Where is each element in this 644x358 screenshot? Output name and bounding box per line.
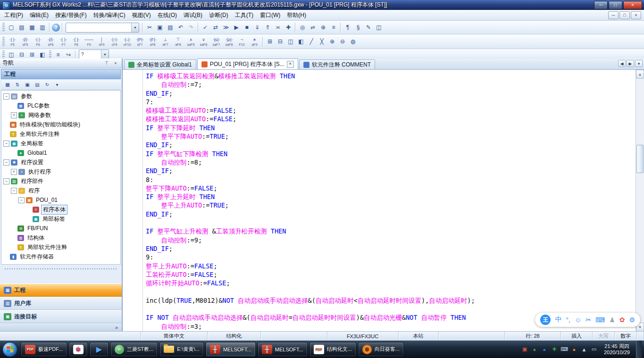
nav-refresh-icon[interactable]: ↻ (43, 80, 51, 89)
mdi-close-button[interactable]: × (631, 11, 641, 19)
tray-monitor-icon[interactable]: ▭ (590, 346, 598, 353)
taskbar-media-app[interactable]: ✱ (69, 342, 88, 357)
ime-punct-icon[interactable]: °, (566, 316, 570, 324)
cut-icon[interactable]: ✂ (145, 23, 154, 32)
zoom-out-icon[interactable]: ⊖ (338, 37, 347, 46)
delete-line-icon[interactable]: ╳ (317, 37, 326, 46)
zoom-in-icon[interactable]: ⊕ (327, 37, 337, 46)
ladder-open-branch-icon[interactable]: -| |-F6 (32, 36, 44, 47)
ladder-coil-icon[interactable]: -( )-F7 (58, 36, 69, 47)
taskbar-structured-doc[interactable]: PDF结构化文... (309, 342, 356, 357)
ime-account-icon[interactable]: ♟ (609, 316, 615, 324)
mdi-restore-button[interactable]: □ (619, 11, 630, 19)
menu-item[interactable]: 视图(V) (129, 10, 154, 21)
convert-icon[interactable]: ⇄ (211, 23, 220, 32)
taskbar-sunflower-client[interactable]: 向日葵客... (358, 342, 404, 357)
collapse-icon[interactable]: − (3, 141, 9, 147)
nav-copy-icon[interactable]: ▣ (23, 80, 32, 89)
collapse-icon[interactable]: − (3, 93, 9, 100)
copy-icon[interactable]: ▣ (155, 23, 165, 32)
toolbar-grip[interactable] (2, 23, 5, 32)
menu-item[interactable]: 搜索/替换(F) (52, 10, 90, 21)
chevron-down-icon[interactable]: ▼ (101, 50, 109, 59)
menu-item[interactable]: 诊断(D) (206, 10, 232, 21)
menu-item[interactable]: 编辑(E) (26, 10, 52, 21)
ladder-closed-branch-icon[interactable]: -|/|-sF6 (45, 36, 57, 47)
collapse-icon[interactable]: − (3, 159, 9, 166)
tree-item-special-module[interactable]: ▦特殊模块(智能功能模块) (1, 120, 120, 129)
tree-item-program-parts[interactable]: −▧程序部件 (1, 176, 120, 186)
panel-close-icon[interactable]: × (112, 59, 119, 67)
diagnostics-icon[interactable]: ✚ (284, 23, 293, 32)
print-icon[interactable]: ▥ (38, 23, 47, 32)
nav-data-icon[interactable]: ▤ (33, 80, 42, 89)
help-icon[interactable]: ? (52, 24, 60, 32)
window-cascade-icon[interactable]: ◫ (7, 50, 16, 59)
tree-item-global-label[interactable]: −▣全局标签 (1, 139, 120, 148)
vertical-scrollbar[interactable]: ▲ ▼ (636, 70, 644, 332)
write-plc-icon[interactable]: ⇑ (263, 23, 272, 32)
next-tab-icon[interactable]: ▶ (627, 60, 634, 67)
ladder-not-icon[interactable]: ¬F10 (236, 36, 248, 47)
menu-item[interactable]: 窗口(W) (257, 10, 284, 21)
nav-button-user-library[interactable]: ▥用户库 (0, 297, 122, 310)
tray-keyboard-icon[interactable]: ⌨ (560, 346, 568, 353)
read-plc-icon[interactable]: ⇓ (252, 23, 262, 32)
monitor-stop-icon[interactable]: ■ (242, 23, 251, 32)
nav-sort-icon[interactable]: ⇅ (13, 80, 22, 89)
device-test-icon[interactable]: ◍ (348, 37, 358, 46)
tree-item-plc-parameter[interactable]: ▦PLC参数 (1, 101, 120, 110)
tree-item-pou-01[interactable]: −▣POU_01 (1, 195, 120, 205)
program-check-icon[interactable]: ✓ (201, 23, 210, 32)
tree-item-network-parameter[interactable]: +≈网络参数 (1, 110, 120, 120)
start-button[interactable] (0, 341, 20, 358)
maximize-button[interactable]: □ (609, 1, 622, 9)
scroll-up-icon[interactable]: ▲ (636, 70, 644, 79)
ladder-falling-icon[interactable]: -|↓|-cF10 (121, 36, 133, 47)
tray-green-circle-icon[interactable]: ● (531, 346, 538, 353)
find-icon[interactable]: ◎ (298, 23, 307, 32)
ladder-le-icon[interactable]: -|≤|-saF7 (210, 36, 222, 47)
ladder-branch-down-icon[interactable]: ⊥aF7 (159, 36, 171, 47)
window-tile-icon[interactable]: ⊟ (17, 50, 26, 59)
delete-row-icon[interactable]: ⊟ (276, 37, 285, 46)
ladder-rising-icon[interactable]: -|↑|-cF9 (109, 36, 120, 47)
draw-line-icon[interactable]: ╱ (307, 37, 316, 46)
comment-display-icon[interactable]: ¶ (343, 23, 352, 32)
open-file-icon[interactable]: ▤ (17, 23, 26, 32)
tab-list-icon[interactable]: ▾ (635, 60, 643, 67)
menu-item[interactable]: 工具(T) (232, 10, 257, 21)
cross-reference-icon[interactable]: ⊕ (318, 23, 328, 32)
collapse-icon[interactable]: − (3, 178, 9, 184)
ladder-closed-contact-icon[interactable]: -|/|-sF5 (19, 36, 31, 47)
verify-icon[interactable]: ≍ (273, 23, 283, 32)
ladder-or-icon[interactable]: ∨saF6 (198, 36, 209, 47)
collapse-icon[interactable]: − (18, 197, 25, 203)
pointer-jump-icon[interactable]: ↪ (64, 50, 73, 59)
program-selector-combo[interactable]: ▼ (66, 23, 139, 33)
mdi-minimize-button[interactable]: ─ (608, 11, 619, 19)
taskbar-explorer[interactable]: E:\黄黄\... (159, 342, 204, 357)
prev-tab-icon[interactable]: ◀ (618, 60, 626, 67)
pin-icon[interactable]: ⊤ (103, 59, 110, 67)
tray-shield-icon[interactable]: ✚ (551, 346, 558, 353)
tray-up-arrow-icon[interactable]: ▲ (580, 346, 588, 353)
tree-item-structured-data-types[interactable]: ▥结构体 (1, 233, 120, 242)
nav-overflow-chevron[interactable]: » (0, 323, 122, 332)
convert-all-icon[interactable]: ≫ (221, 23, 231, 32)
nav-new-icon[interactable]: ▩ (3, 80, 12, 89)
tab-pou-program-body[interactable]: POU_01 [PRG] 程序本体 [S...× (197, 58, 298, 69)
splitter-handle[interactable] (5, 267, 117, 271)
tab-device-comment[interactable]: 软元件注释 COMMENT (299, 59, 375, 69)
monitor-start-icon[interactable]: ▶ (232, 23, 241, 32)
redo-icon[interactable]: ↷ (186, 23, 196, 32)
ime-keyboard-icon[interactable]: ⌨ (595, 316, 605, 324)
new-file-icon[interactable]: ▢ (7, 23, 16, 32)
menu-item[interactable]: 在线(O) (154, 10, 180, 21)
delete-column-icon[interactable]: ◧ (296, 37, 306, 46)
tree-item-local-label[interactable]: ▣局部标签 (1, 214, 120, 224)
ladder-pulse-icon[interactable]: -|P|-sF7 (134, 36, 146, 47)
menu-item[interactable]: 工程(P) (1, 10, 26, 21)
tree-item-program[interactable]: −▱程序 (1, 186, 120, 195)
window-arrange-icon[interactable]: ⊞ (27, 50, 37, 59)
